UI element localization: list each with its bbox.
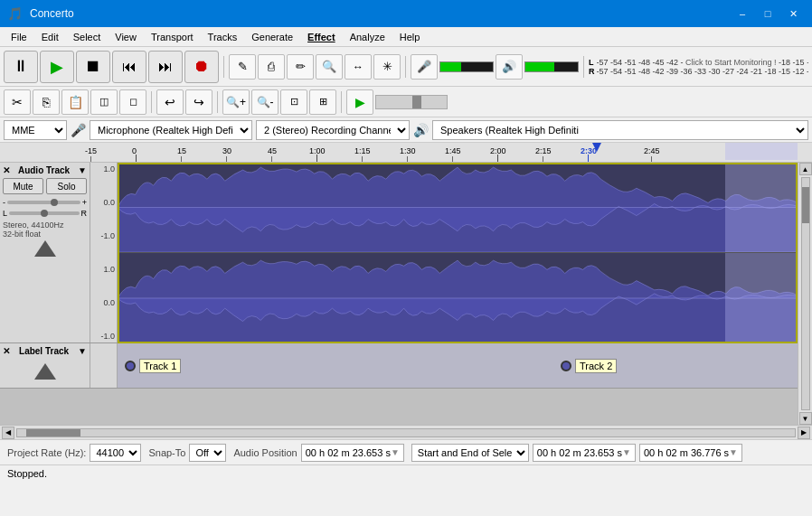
project-rate-select[interactable]: 44100 bbox=[90, 444, 141, 462]
volume-slider[interactable] bbox=[7, 201, 80, 204]
sel-end-value[interactable]: 00 h 02 m 36.776 s ▼ bbox=[639, 444, 742, 462]
label-gain-area bbox=[3, 363, 87, 380]
snap-to-label: Snap-To bbox=[148, 447, 185, 458]
sep5 bbox=[217, 91, 218, 113]
hscroll-track[interactable] bbox=[16, 428, 796, 437]
timeline-ruler: -15 0 15 30 45 1:00 1:15 1:30 1:45 2:00 … bbox=[0, 143, 812, 163]
play-button[interactable]: ▶ bbox=[40, 51, 74, 83]
audio-track-name: Audio Track bbox=[10, 165, 78, 175]
menu-file[interactable]: File bbox=[4, 30, 34, 44]
selection-highlight-lower bbox=[725, 253, 798, 343]
ffwd-button[interactable]: ⏭ bbox=[148, 51, 183, 83]
zoom-in-button[interactable]: 🔍+ bbox=[222, 89, 250, 115]
track1-pin[interactable] bbox=[125, 361, 136, 371]
zoom-fit-button[interactable]: ⊞ bbox=[309, 89, 336, 115]
speaker-icon-btn[interactable]: 🔊 bbox=[496, 54, 523, 80]
app-icon: 🎵 bbox=[7, 6, 23, 21]
selection-type-select[interactable]: Start and End of Selection bbox=[411, 444, 529, 462]
menu-view[interactable]: View bbox=[108, 30, 144, 44]
horizontal-scrollbar[interactable]: ◀ ▶ bbox=[0, 425, 812, 439]
meter-db-display: -57 -54 -51 -48 -45 -42 - Click to Start… bbox=[597, 58, 809, 76]
menu-edit[interactable]: Edit bbox=[34, 30, 66, 44]
menu-effect[interactable]: Effect bbox=[300, 30, 343, 44]
label-track-area[interactable]: Track 1 Track 2 bbox=[118, 343, 798, 388]
sel-start-value[interactable]: 00 h 02 m 23.653 s ▼ bbox=[533, 444, 636, 462]
vscroll-up-button[interactable]: ▲ bbox=[799, 163, 812, 175]
solo-button[interactable]: Solo bbox=[46, 178, 87, 194]
statusbar: Project Rate (Hz): 44100 Snap-To Off Aud… bbox=[0, 439, 812, 464]
rewind-button[interactable]: ⏮ bbox=[112, 51, 146, 83]
hscroll-right-button[interactable]: ▶ bbox=[798, 427, 810, 439]
sep3 bbox=[583, 56, 584, 78]
stop-button[interactable]: ⏹ bbox=[76, 51, 110, 83]
menu-analyze[interactable]: Analyze bbox=[343, 30, 392, 44]
select-tool-button[interactable]: ✎ bbox=[229, 54, 256, 80]
audio-host-select[interactable]: MME bbox=[4, 120, 67, 140]
vol-minus: - bbox=[3, 198, 5, 207]
zoom-out-button[interactable]: 🔍- bbox=[251, 89, 279, 115]
paste-button[interactable]: 📋 bbox=[61, 89, 89, 115]
pause-button[interactable]: ⏸ bbox=[4, 51, 38, 83]
record-button[interactable]: ⏺ bbox=[184, 51, 219, 83]
mute-button[interactable]: Mute bbox=[3, 178, 43, 194]
envelope-tool-button[interactable]: ⎙ bbox=[258, 54, 285, 80]
track2-pin[interactable] bbox=[561, 361, 571, 371]
maximize-button[interactable]: □ bbox=[756, 5, 779, 23]
timeshift-tool-button[interactable]: ↔ bbox=[345, 54, 372, 80]
cut-button[interactable]: ✂ bbox=[4, 89, 31, 115]
undo-button[interactable]: ↩ bbox=[156, 89, 184, 115]
menu-select[interactable]: Select bbox=[66, 30, 109, 44]
project-rate-label: Project Rate (Hz): bbox=[7, 447, 86, 458]
pan-l: L bbox=[3, 209, 7, 218]
channels-select[interactable]: 2 (Stereo) Recording Channels bbox=[256, 120, 410, 140]
selection-group: Start and End of Selection 00 h 02 m 23.… bbox=[411, 444, 742, 462]
redo-button[interactable]: ↪ bbox=[185, 89, 212, 115]
silence-button[interactable]: ◻ bbox=[119, 89, 146, 115]
label-gain-button[interactable] bbox=[34, 363, 56, 380]
audio-track-controls: ✕ Audio Track ▼ Mute Solo - + L bbox=[0, 163, 90, 342]
minimize-button[interactable]: – bbox=[731, 5, 754, 23]
audio-track-close[interactable]: ✕ bbox=[3, 165, 10, 175]
trim-button[interactable]: ◫ bbox=[90, 89, 118, 115]
input-device-select[interactable]: Microphone (Realtek High Defini bbox=[90, 120, 252, 140]
menu-tracks[interactable]: Tracks bbox=[201, 30, 245, 44]
mic-icon-btn[interactable]: 🎤 bbox=[411, 54, 438, 80]
sep1 bbox=[223, 56, 224, 78]
multi-tool-button[interactable]: ✳ bbox=[373, 54, 401, 80]
label-track-close[interactable]: ✕ bbox=[3, 346, 10, 356]
audio-position-group: Audio Position 00 h 02 m 23.653 s ▼ bbox=[233, 444, 403, 462]
close-button[interactable]: ✕ bbox=[781, 5, 805, 23]
output-device-select[interactable]: Speakers (Realtek High Definiti bbox=[432, 120, 808, 140]
waveform-lower-svg bbox=[118, 253, 798, 343]
menu-generate[interactable]: Generate bbox=[244, 30, 300, 44]
snap-to-select[interactable]: Off bbox=[189, 444, 226, 462]
vscroll-track[interactable] bbox=[801, 177, 810, 410]
pan-slider[interactable] bbox=[9, 211, 79, 215]
hscroll-thumb[interactable] bbox=[26, 429, 80, 436]
playhead-region bbox=[725, 143, 798, 160]
label-track-row: ✕ Label Track ▼ Track 1 bbox=[0, 343, 798, 389]
zoom-tool-button[interactable]: 🔍 bbox=[316, 54, 343, 80]
playback-rate-slider[interactable] bbox=[375, 95, 448, 109]
play-green-button[interactable]: ▶ bbox=[346, 89, 373, 115]
menubar: File Edit Select View Transport Tracks G… bbox=[0, 27, 812, 47]
vertical-scrollbar[interactable]: ▲ ▼ bbox=[798, 163, 812, 425]
menu-transport[interactable]: Transport bbox=[144, 30, 201, 44]
sep4 bbox=[151, 91, 152, 113]
audio-track-dropdown[interactable]: ▼ bbox=[78, 165, 87, 175]
gain-button[interactable] bbox=[34, 240, 56, 257]
menu-help[interactable]: Help bbox=[392, 30, 428, 44]
draw-tool-button[interactable]: ✏ bbox=[287, 54, 314, 80]
speaker-icon: 🔊 bbox=[413, 123, 429, 137]
track2-label: Track 2 bbox=[575, 359, 617, 373]
zoom-sel-button[interactable]: ⊡ bbox=[280, 89, 307, 115]
waveform-display[interactable] bbox=[118, 163, 798, 343]
hscroll-left-button[interactable]: ◀ bbox=[2, 427, 14, 439]
vscroll-down-button[interactable]: ▼ bbox=[799, 412, 812, 425]
vscroll-thumb[interactable] bbox=[802, 187, 809, 223]
audio-position-value[interactable]: 00 h 02 m 23.653 s ▼ bbox=[301, 444, 404, 462]
audio-position-label: Audio Position bbox=[233, 447, 297, 458]
app-title: Concerto bbox=[30, 7, 74, 20]
copy-button[interactable]: ⎘ bbox=[33, 89, 60, 115]
label-track-dropdown[interactable]: ▼ bbox=[78, 346, 87, 356]
